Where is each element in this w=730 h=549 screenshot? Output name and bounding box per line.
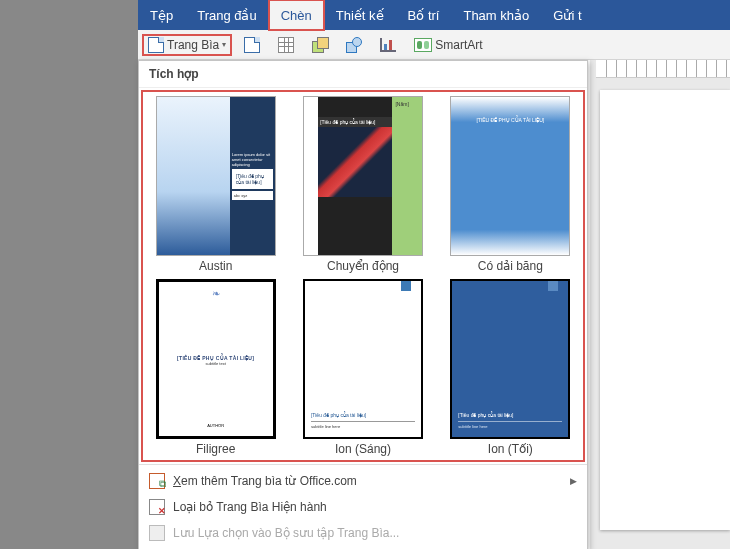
blank-page-button[interactable] xyxy=(238,34,266,56)
cover-thumb: [TIÊU ĐỀ PHỤ CỦA TÀI LIỆU] xyxy=(450,96,570,256)
smartart-button[interactable]: SmartArt xyxy=(408,35,488,55)
ribbon-toolbar: Trang Bìa ▾ SmartArt xyxy=(138,30,730,60)
chevron-down-icon: ▾ xyxy=(222,40,226,49)
dropdown-section-header: Tích hợp xyxy=(139,61,587,88)
cover-label: Chuyển động xyxy=(327,259,399,273)
cover-thumb: [Tiêu đề phụ của tài liệu] [Năm] xyxy=(303,96,423,256)
menu-more-from-office[interactable]: Xem thêm Trang bìa từ Office.com ▶ xyxy=(139,468,587,494)
tab-home[interactable]: Trang đầu xyxy=(185,0,269,30)
cover-motion[interactable]: [Tiêu đề phụ của tài liệu] [Năm] Chuyển … xyxy=(294,96,431,273)
smartart-label: SmartArt xyxy=(435,38,482,52)
shapes-button[interactable] xyxy=(340,34,368,56)
pictures-icon xyxy=(312,37,328,53)
cover-page-dropdown: Tích hợp Lorem ipsum dolor sit amet cons… xyxy=(138,60,588,549)
pictures-button[interactable] xyxy=(306,34,334,56)
tab-file[interactable]: Tệp xyxy=(138,0,185,30)
cover-page-button[interactable]: Trang Bìa ▾ xyxy=(142,34,232,56)
word-window: Tệp Trang đầu Chèn Thiết kế Bố trí Tham … xyxy=(138,0,730,549)
cover-ion-light[interactable]: [Tiêu đề phụ của tài liệu] subtitle line… xyxy=(294,279,431,456)
menu-label: Loại bỏ Trang Bìa Hiện hành xyxy=(173,500,327,514)
save-icon xyxy=(149,525,165,541)
cover-thumb: ❧ [TIÊU ĐỀ PHỤ CỦA TÀI LIỆU] subtitle te… xyxy=(156,279,276,439)
document-page[interactable] xyxy=(600,90,730,530)
menu-label: Xem thêm Trang bìa từ Office.com xyxy=(173,474,357,488)
table-icon xyxy=(278,37,294,53)
menu-label: Lưu Lựa chọn vào Bộ sưu tập Trang Bìa... xyxy=(173,526,399,540)
cover-thumb: [Tiêu đề phụ của tài liệu] subtitle line… xyxy=(303,279,423,439)
cover-thumb: [Tiêu đề phụ của tài liệu] subtitle line… xyxy=(450,279,570,439)
smartart-icon xyxy=(414,38,432,52)
tab-insert[interactable]: Chèn xyxy=(269,0,324,30)
cover-gallery: Lorem ipsum dolor sit amet consectetur a… xyxy=(139,88,587,464)
dropdown-menu: Xem thêm Trang bìa từ Office.com ▶ Loại … xyxy=(139,464,587,549)
tab-layout[interactable]: Bố trí xyxy=(396,0,452,30)
shapes-icon xyxy=(346,37,362,53)
remove-icon xyxy=(149,499,165,515)
cover-filigree[interactable]: ❧ [TIÊU ĐỀ PHỤ CỦA TÀI LIỆU] subtitle te… xyxy=(147,279,284,456)
cover-label: Ion (Tối) xyxy=(488,442,533,456)
page-icon xyxy=(148,37,164,53)
document-area xyxy=(590,60,730,549)
menu-remove-cover[interactable]: Loại bỏ Trang Bìa Hiện hành xyxy=(139,494,587,520)
cover-page-label: Trang Bìa xyxy=(167,38,219,52)
chart-icon xyxy=(380,38,396,52)
office-icon xyxy=(149,473,165,489)
ribbon-tabstrip: Tệp Trang đầu Chèn Thiết kế Bố trí Tham … xyxy=(138,0,730,30)
cover-label: Có dải băng xyxy=(478,259,543,273)
tab-references[interactable]: Tham khảo xyxy=(451,0,541,30)
cover-label: Austin xyxy=(199,259,232,273)
cover-austin[interactable]: Lorem ipsum dolor sit amet consectetur a… xyxy=(147,96,284,273)
horizontal-ruler[interactable] xyxy=(596,60,730,78)
submenu-arrow-icon: ▶ xyxy=(570,476,577,486)
cover-thumb: Lorem ipsum dolor sit amet consectetur a… xyxy=(156,96,276,256)
chart-button[interactable] xyxy=(374,35,402,55)
tab-mailings[interactable]: Gửi t xyxy=(541,0,593,30)
tab-design[interactable]: Thiết kế xyxy=(324,0,396,30)
cover-label: Ion (Sáng) xyxy=(335,442,391,456)
page-icon xyxy=(244,37,260,53)
cover-ion-dark[interactable]: [Tiêu đề phụ của tài liệu] subtitle line… xyxy=(442,279,579,456)
cover-banded[interactable]: [TIÊU ĐỀ PHỤ CỦA TÀI LIỆU] Có dải băng xyxy=(442,96,579,273)
table-button[interactable] xyxy=(272,34,300,56)
menu-save-selection: Lưu Lựa chọn vào Bộ sưu tập Trang Bìa... xyxy=(139,520,587,546)
cover-label: Filigree xyxy=(196,442,235,456)
